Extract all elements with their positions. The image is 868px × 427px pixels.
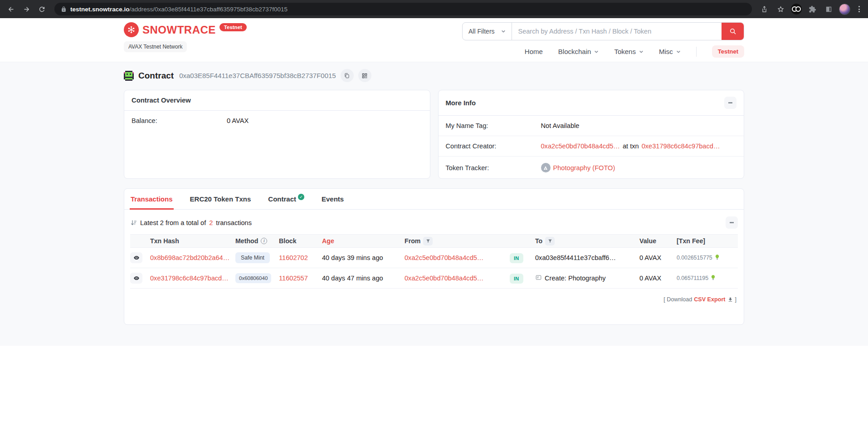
qr-code-button[interactable] [358, 69, 371, 82]
nav-blockchain[interactable]: Blockchain [558, 48, 599, 55]
search-filter-select[interactable]: All Filters [463, 23, 512, 40]
page-title: Contract [138, 71, 174, 81]
back-icon [7, 5, 15, 13]
chevron-down-icon [501, 29, 506, 34]
balance-label: Balance: [132, 117, 227, 124]
contract-overview-card: Contract Overview Balance: 0 AVAX [124, 90, 430, 179]
extension-owl-icon[interactable] [791, 4, 802, 15]
eye-icon [133, 255, 140, 261]
contract-creation-icon [535, 274, 542, 282]
creation-txn-link[interactable]: 0xe31798c6c84c97bacd… [642, 142, 720, 150]
share-button[interactable] [758, 3, 770, 15]
search-input[interactable] [512, 23, 722, 40]
from-address-link[interactable]: 0xa2c5e0bd70b48a4cd5… [405, 254, 483, 261]
side-panel-button[interactable] [823, 3, 834, 15]
forward-button[interactable] [20, 3, 33, 15]
block-link[interactable]: 11602702 [279, 254, 308, 261]
more-info-card-title: More Info [446, 99, 476, 107]
tab-contract[interactable]: Contract ✓ [267, 189, 305, 209]
share-icon [761, 5, 768, 13]
txn-value: 0 AVAX [639, 275, 677, 282]
contract-creator-row: Contract Creator: 0xa2c5e0bd70b48a4cd5… … [439, 136, 744, 156]
from-filter-button[interactable] [423, 237, 433, 245]
brand-logo[interactable]: SNOWTRACE Testnet [124, 22, 247, 37]
search-button[interactable] [722, 23, 744, 40]
token-tracker-label: Token Tracker: [446, 164, 541, 172]
method-badge: 0x60806040 [235, 273, 271, 283]
from-address-link[interactable]: 0xa2c5e0bd70b48a4cd5… [405, 275, 483, 282]
nav-misc[interactable]: Misc [659, 48, 681, 55]
back-button[interactable] [5, 3, 17, 15]
bookmark-button[interactable] [775, 3, 786, 15]
download-icon [727, 297, 733, 303]
preview-txn-button[interactable] [130, 273, 142, 284]
page-title-row: Contract 0xa03E85F4411e37CBAff635975bf38… [124, 69, 744, 82]
csv-export-link[interactable]: CSV Export [694, 296, 725, 303]
to-address: Create: Photography [545, 275, 606, 282]
copy-address-button[interactable] [341, 69, 354, 82]
txn-age: 40 days 47 mins ago [322, 275, 405, 282]
token-tracker-link[interactable]: Photography (FOTO) [553, 164, 615, 172]
browser-menu-button[interactable] [855, 4, 863, 14]
filter-icon [426, 239, 430, 243]
site-header: SNOWTRACE Testnet AVAX Testnet Network A… [0, 18, 868, 62]
transactions-menu-button[interactable] [726, 216, 738, 229]
txn-fee: 0.0026515775 [677, 255, 712, 261]
tab-events[interactable]: Events [321, 189, 345, 209]
name-tag-value: Not Available [541, 122, 580, 129]
nav-divider [696, 47, 697, 57]
name-tag-row: My Name Tag: Not Available [439, 116, 744, 136]
method-badge: Safe Mint [235, 252, 270, 263]
url-bar[interactable]: testnet.snowtrace.io/address/0xa03e85f44… [54, 3, 752, 15]
col-age[interactable]: Age [322, 237, 405, 245]
overview-card-title: Contract Overview [132, 97, 191, 104]
page-background: Contract 0xa03E85F4411e37CBAff635975bf38… [0, 62, 868, 346]
table-header-row: Txn Hash Method i Block Age From [130, 234, 738, 248]
token-tracker-row: Token Tracker: Photography (FOTO) [439, 156, 744, 179]
testnet-network-button[interactable]: Testnet [712, 45, 744, 58]
forward-icon [23, 5, 30, 13]
url-text: testnet.snowtrace.io/address/0xa03e85f44… [70, 6, 288, 13]
preview-txn-button[interactable] [130, 252, 142, 263]
table-row: 0x8b698ac72bd20b2a64… Safe Mint 11602702… [130, 248, 738, 268]
reload-button[interactable] [35, 3, 48, 15]
nav-tokens[interactable]: Tokens [614, 48, 644, 55]
filter-icon [548, 239, 552, 243]
extensions-button[interactable] [806, 3, 818, 15]
csv-export-row: [ Download CSV Export ] [124, 289, 744, 309]
col-value: Value [639, 237, 677, 245]
balance-value: 0 AVAX [227, 117, 249, 124]
more-info-menu-button[interactable] [724, 97, 736, 109]
search-icon [729, 28, 736, 35]
txn-age: 40 days 39 mins ago [322, 254, 405, 261]
txn-hash-link[interactable]: 0xe31798c6c84c97bacd… [150, 275, 229, 282]
verified-check-icon: ✓ [298, 194, 304, 200]
transactions-total-count: 2 [209, 219, 213, 226]
name-tag-label: My Name Tag: [446, 122, 541, 129]
contract-address: 0xa03E85F4411e37CBAff635975bf38cB2737F00… [179, 72, 336, 79]
chevron-down-icon [676, 49, 681, 54]
nav-home[interactable]: Home [525, 48, 543, 55]
token-logo-icon [541, 163, 551, 172]
contract-creator-label: Contract Creator: [446, 142, 541, 150]
block-link[interactable]: 11602557 [279, 275, 308, 282]
transactions-card: Transactions ERC20 Token Txns Contract ✓… [124, 188, 744, 325]
to-filter-button[interactable] [545, 237, 555, 245]
creator-address-link[interactable]: 0xa2c5e0bd70b48a4cd5… [541, 142, 620, 150]
gas-lightbulb-icon [710, 275, 716, 282]
tab-transactions[interactable]: Transactions [130, 189, 174, 210]
more-info-card: More Info My Name Tag: Not Available Con… [438, 90, 745, 179]
info-icon[interactable]: i [261, 238, 267, 244]
col-to: To [535, 237, 639, 245]
txn-hash-link[interactable]: 0x8b698ac72bd20b2a64… [150, 254, 229, 261]
main-nav: Home Blockchain Tokens Misc Testnet [525, 45, 744, 58]
col-method: Method i [235, 237, 279, 245]
chevron-down-icon [639, 49, 644, 54]
balance-row: Balance: 0 AVAX [124, 111, 430, 131]
creator-at-txn-text: at txn [623, 142, 639, 150]
tab-erc20-token-txns[interactable]: ERC20 Token Txns [189, 189, 252, 209]
col-block: Block [279, 237, 322, 245]
browser-profile-avatar[interactable] [839, 4, 850, 15]
transactions-summary: Latest 2 from a total of 2 transactions [130, 219, 252, 226]
col-txn-fee: [Txn Fee] [677, 237, 736, 245]
